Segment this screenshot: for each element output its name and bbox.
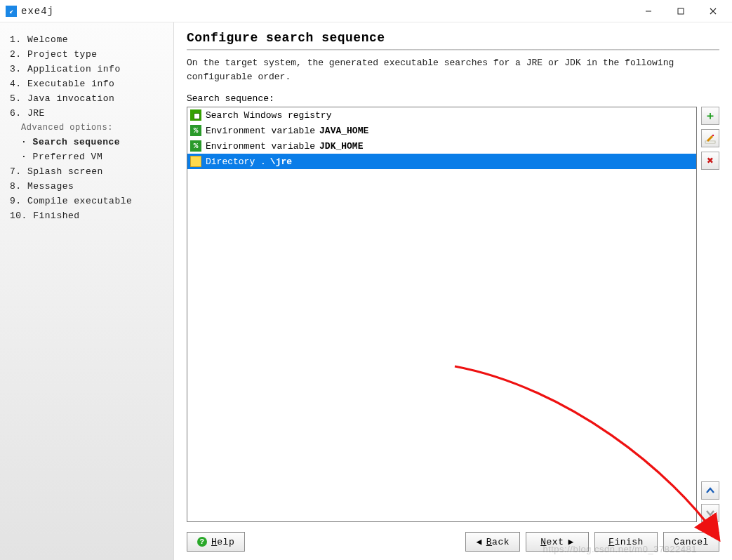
edit-button[interactable] (701, 129, 719, 147)
page-description: On the target system, the generated exec… (187, 56, 719, 84)
svg-rect-4 (705, 141, 715, 143)
sidebar-item[interactable]: 10. Finished (8, 208, 166, 223)
help-button[interactable]: ? Help (187, 532, 245, 552)
next-label: Next (540, 537, 564, 547)
sequence-label: Search sequence: (187, 93, 719, 104)
sidebar-item[interactable]: 3. Application info (8, 62, 166, 76)
list-item[interactable]: %Environment variable JDK_HOME (187, 138, 696, 154)
sidebar-item[interactable]: 6. JRE (8, 106, 166, 121)
title-underline (187, 49, 719, 51)
sidebar-item[interactable]: 2. Project type (8, 47, 166, 62)
finish-button[interactable]: Finish (594, 532, 658, 552)
cancel-label: Cancel (674, 537, 709, 547)
sidebar-item[interactable]: 7. Splash screen (8, 164, 166, 179)
svg-rect-1 (678, 8, 684, 14)
close-button[interactable] (697, 1, 729, 22)
list-toolbar: ＋ ✖ (701, 107, 719, 522)
back-button[interactable]: ◀ Back (465, 532, 520, 552)
list-item-bold: JAVA_HOME (319, 126, 368, 136)
list-item[interactable]: Search Windows registry (187, 107, 696, 123)
list-item-bold: JDK_HOME (319, 141, 363, 152)
minimize-button[interactable] (632, 1, 665, 22)
main-panel: Configure search sequence On the target … (174, 22, 732, 560)
svg-point-6 (712, 135, 714, 136)
env-var-icon: % (190, 125, 201, 136)
back-label: Back (486, 537, 510, 547)
list-item[interactable]: %Environment variable JAVA_HOME (187, 123, 696, 138)
titlebar: ↙ exe4j (0, 0, 732, 22)
sidebar-subitem[interactable]: Search sequence (8, 135, 166, 149)
sidebar-item[interactable]: 4. Executable info (8, 76, 166, 91)
search-sequence-list[interactable]: Search Windows registry%Environment vari… (187, 107, 697, 522)
sequence-area: Search Windows registry%Environment vari… (187, 107, 719, 522)
add-button[interactable]: ＋ (701, 107, 719, 125)
next-arrow-icon: ▶ (568, 536, 573, 547)
next-button[interactable]: Next ▶ (526, 532, 589, 552)
sidebar-item[interactable]: 9. Compile executable (8, 194, 166, 208)
move-down-button[interactable] (701, 504, 719, 522)
cancel-button[interactable]: Cancel (663, 532, 719, 552)
list-item[interactable]: Directory .\jre (187, 154, 696, 169)
sidebar: 1. Welcome2. Project type3. Application … (0, 22, 174, 560)
window-controls (632, 1, 729, 22)
list-item-label: Directory . (206, 156, 266, 167)
list-item-bold: \jre (270, 156, 292, 167)
sidebar-advanced-label: Advanced options: (8, 121, 166, 135)
finish-label: Finish (608, 537, 644, 547)
sidebar-item[interactable]: 8. Messages (8, 179, 166, 194)
help-icon: ? (197, 537, 207, 547)
app-title: exe4j (21, 6, 54, 17)
back-arrow-icon: ◀ (476, 536, 481, 547)
list-item-label: Environment variable (206, 126, 315, 136)
folder-icon (190, 156, 201, 167)
env-var-icon: % (190, 140, 201, 152)
delete-button[interactable]: ✖ (701, 152, 719, 170)
footer-buttons: ? Help ◀ Back Next ▶ Finish Cancel (187, 532, 719, 552)
maximize-button[interactable] (665, 1, 697, 22)
list-item-label: Search Windows registry (206, 110, 331, 121)
sidebar-item[interactable]: 5. Java invocation (8, 91, 166, 106)
app-icon: ↙ (6, 6, 17, 17)
list-item-label: Environment variable (206, 141, 315, 152)
help-label: Help (211, 537, 234, 547)
page-title: Configure search sequence (187, 31, 719, 49)
sidebar-item[interactable]: 1. Welcome (8, 32, 166, 47)
move-up-button[interactable] (701, 481, 719, 500)
sidebar-subitem[interactable]: Preferred VM (8, 149, 166, 164)
registry-icon (190, 109, 201, 121)
svg-line-5 (707, 136, 712, 141)
